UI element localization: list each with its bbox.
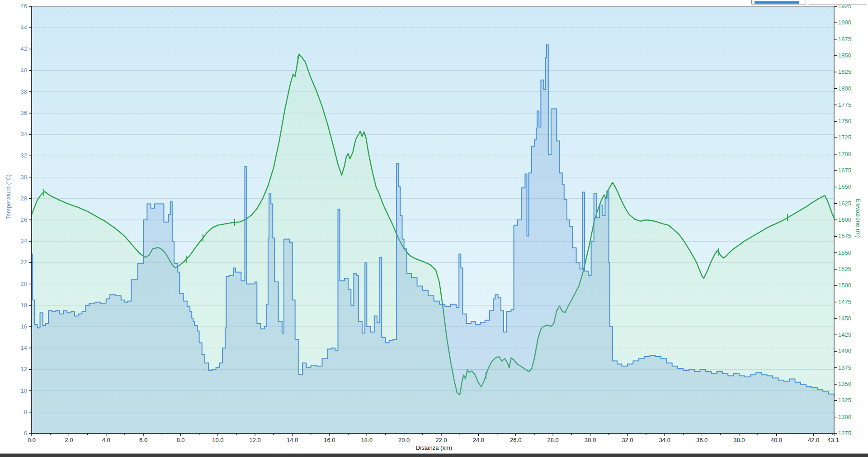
x-tick-label: 34.0: [659, 437, 670, 443]
y-left-tick-label: 30: [21, 174, 27, 181]
x-tick-label: 32.0: [622, 437, 633, 443]
y-left-tick-label: 14: [21, 344, 27, 351]
y-right-tick-label: 1525: [838, 266, 851, 272]
bottom-collapsed-panel-edge[interactable]: [0, 453, 868, 457]
x-tick-label: 24.0: [473, 437, 484, 443]
y-left-tick-label: 26: [21, 216, 27, 223]
chart-panel: 6810121416182022242628303234363840424446…: [0, 0, 868, 457]
x-tick-label: 12.0: [250, 437, 261, 443]
y-right-tick-label: 1275: [838, 430, 851, 437]
y-left-tick-label: 46: [21, 3, 27, 10]
x-tick-label: 30.0: [585, 437, 596, 443]
x-tick-label: 42.0: [808, 437, 819, 443]
toolbar-button-accent-bar: [755, 1, 799, 4]
y-left-tick-label: 24: [21, 238, 27, 244]
y-left-tick-label: 34: [21, 131, 27, 138]
y-left-tick-label: 36: [21, 109, 27, 116]
y-left-tick-label: 40: [21, 67, 27, 74]
y-right-tick-label: 1550: [838, 249, 851, 256]
y-left-tick-label: 22: [21, 259, 27, 266]
y-right-tick-label: 1300: [838, 414, 851, 420]
y-left-tick-label: 6: [24, 430, 27, 437]
y-left-tick-label: 32: [21, 152, 27, 159]
x-tick-label: 28.0: [547, 437, 558, 443]
toolbar-button-partial-2[interactable]: [809, 0, 866, 5]
y-left-tick-label: 10: [21, 387, 27, 394]
x-tick-label: 2.0: [65, 437, 73, 443]
y-left-tick-label: 28: [21, 195, 27, 202]
y-right-tick-label: 1850: [838, 52, 851, 59]
y-right-tick-label: 1325: [838, 397, 851, 404]
y-right-tick-label: 1575: [838, 233, 851, 239]
y-left-tick-label: 12: [21, 366, 27, 372]
y-right-tick-label: 1650: [838, 183, 851, 190]
y-right-tick-label: 1450: [838, 315, 851, 322]
y-right-tick-label: 1700: [838, 151, 851, 157]
y-right-tick-label: 1675: [838, 167, 851, 174]
y-right-tick-label: 1825: [838, 68, 851, 75]
y-right-tick-label: 1350: [838, 381, 851, 387]
x-tick-label: 8.0: [176, 437, 184, 443]
x-tick-label: 14.0: [287, 437, 298, 443]
y-right-tick-label: 1400: [838, 348, 851, 354]
x-tick-label: 36.0: [696, 437, 708, 443]
x-tick-label: 4.0: [102, 437, 110, 443]
x-tick-label: 26.0: [510, 437, 521, 443]
y-axis-right-title: Elevazione (m): [855, 199, 862, 238]
y-left-tick-label: 18: [21, 302, 27, 309]
y-right-tick-label: 1875: [838, 36, 851, 43]
y-left-tick-label: 20: [21, 281, 27, 287]
y-left-tick-label: 38: [21, 88, 27, 95]
y-right-tick-label: 1900: [838, 19, 851, 26]
y-right-tick-label: 1475: [838, 299, 851, 305]
x-tick-label: 18.0: [361, 437, 373, 443]
x-end-tick-label: 43.1: [827, 437, 839, 443]
y-right-tick-label: 1625: [838, 200, 851, 207]
x-axis-title: Distanza (km): [393, 444, 475, 451]
y-right-tick-label: 1425: [838, 331, 851, 338]
x-tick-label: 6.0: [139, 437, 147, 443]
y-left-tick-label: 42: [21, 45, 27, 52]
y-right-tick-label: 1725: [838, 134, 851, 141]
x-tick-label: 20.0: [398, 437, 410, 443]
chart-svg: 6810121416182022242628303234363840424446…: [0, 0, 868, 457]
x-tick-label: 16.0: [324, 437, 335, 443]
x-tick-label: 10.0: [212, 437, 223, 443]
y-right-tick-label: 1600: [838, 216, 851, 223]
y-left-tick-label: 16: [21, 323, 27, 330]
y-right-tick-label: 1775: [838, 101, 851, 108]
y-left-tick-label: 8: [24, 409, 27, 415]
x-tick-label: 0.0: [28, 437, 36, 443]
y-right-tick-label: 1750: [838, 118, 851, 124]
y-right-tick-label: 1500: [838, 282, 851, 289]
x-tick-label: 40.0: [771, 437, 782, 443]
y-axis-left-title: Temperatura (°C): [5, 174, 12, 219]
y-right-tick-label: 1375: [838, 364, 851, 371]
y-left-tick-label: 44: [21, 24, 27, 31]
x-tick-label: 38.0: [733, 437, 745, 443]
y-right-tick-label: 1800: [838, 85, 851, 92]
toolbar-button-partial-1[interactable]: [751, 0, 806, 5]
x-tick-label: 22.0: [435, 437, 447, 443]
